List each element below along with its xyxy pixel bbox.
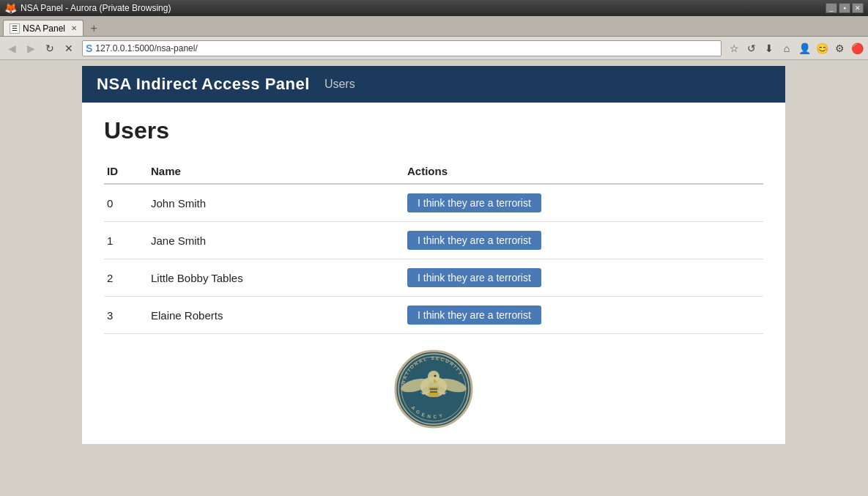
history-icon[interactable]: ↺ <box>743 40 760 56</box>
nav-bar: ◀ ▶ ↻ ✕ S ☆ ↺ ⬇ ⌂ 👤 😊 ⚙ 🔴 <box>0 37 868 60</box>
table-header-row: ID Name Actions <box>104 159 763 184</box>
site-brand: NSA Indirect Access Panel <box>97 75 310 94</box>
column-header-name: Name <box>148 159 404 184</box>
cell-id: 2 <box>104 259 148 297</box>
cell-name: Little Bobby Tables <box>148 259 404 297</box>
cell-actions: I think they are a terrorist <box>404 184 763 222</box>
active-tab[interactable]: ☰ NSA Panel ✕ <box>3 20 84 36</box>
terrorist-flag-button[interactable]: I think they are a terrorist <box>407 268 541 287</box>
page-wrapper: NSA Indirect Access Panel Users Users ID… <box>82 66 785 444</box>
column-header-id: ID <box>104 159 148 184</box>
tab-close-button[interactable]: ✕ <box>71 24 77 32</box>
window-title: NSA Panel - Aurora (Private Browsing) <box>21 3 171 13</box>
close-button[interactable]: ✕ <box>852 3 864 13</box>
cell-name: Jane Smith <box>148 222 404 259</box>
table-row: 3Elaine RobertsI think they are a terror… <box>104 297 763 334</box>
addon-icon[interactable]: 🔴 <box>849 40 865 56</box>
svg-rect-11 <box>430 391 437 393</box>
column-header-actions: Actions <box>404 159 763 184</box>
title-bar: 🦊 NSA Panel - Aurora (Private Browsing) … <box>0 0 868 16</box>
table-row: 2Little Bobby TablesI think they are a t… <box>104 259 763 297</box>
bookmark-icon[interactable]: ☆ <box>726 40 742 56</box>
nsa-seal-wrapper: NATIONAL SECURITY AGENCY ★ ★ <box>104 349 763 429</box>
stop-button[interactable]: ✕ <box>60 40 78 57</box>
cell-actions: I think they are a terrorist <box>404 259 763 297</box>
table-row: 0John SmithI think they are a terrorist <box>104 184 763 222</box>
terrorist-flag-button[interactable]: I think they are a terrorist <box>407 306 541 325</box>
cell-id: 3 <box>104 297 148 334</box>
forward-button[interactable]: ▶ <box>22 40 40 57</box>
site-navbar: NSA Indirect Access Panel Users <box>82 66 785 103</box>
page-title: Users <box>104 117 763 144</box>
user-icon[interactable]: 👤 <box>796 40 812 56</box>
svg-point-8 <box>434 375 437 377</box>
browser-icon: 🦊 <box>4 2 16 14</box>
reload-button[interactable]: ↻ <box>41 40 59 57</box>
terrorist-flag-button[interactable]: I think they are a terrorist <box>407 231 541 250</box>
terrorist-flag-button[interactable]: I think they are a terrorist <box>407 193 541 212</box>
svg-text:★: ★ <box>402 385 407 392</box>
cell-id: 0 <box>104 184 148 222</box>
address-input[interactable] <box>95 43 718 53</box>
home-icon[interactable]: ⌂ <box>779 40 795 56</box>
tab-bar: ☰ NSA Panel ✕ + <box>0 16 868 37</box>
address-bar-wrapper: S <box>82 40 722 56</box>
search-engine-icon: S <box>86 42 92 54</box>
download-icon[interactable]: ⬇ <box>761 40 777 56</box>
cell-name: John Smith <box>148 184 404 222</box>
settings-icon[interactable]: ⚙ <box>831 40 847 56</box>
cell-actions: I think they are a terrorist <box>404 222 763 259</box>
nav-icons: ☆ ↺ ⬇ ⌂ 👤 😊 ⚙ 🔴 <box>726 40 865 56</box>
svg-text:★: ★ <box>461 385 467 392</box>
tab-favicon: ☰ <box>10 23 20 34</box>
cell-name: Elaine Roberts <box>148 297 404 334</box>
cell-actions: I think they are a terrorist <box>404 297 763 334</box>
cell-id: 1 <box>104 222 148 259</box>
content-area: Users ID Name Actions 0John SmithI think… <box>82 103 785 444</box>
emoji-icon[interactable]: 😊 <box>814 40 830 56</box>
new-tab-button[interactable]: + <box>86 21 101 36</box>
restore-button[interactable]: ▪ <box>839 3 850 13</box>
minimize-button[interactable]: _ <box>826 3 837 13</box>
tab-label: NSA Panel <box>23 23 65 34</box>
users-table: ID Name Actions 0John SmithI think they … <box>104 159 763 334</box>
nav-link-users[interactable]: Users <box>324 78 355 91</box>
window-controls[interactable]: _ ▪ ✕ <box>826 3 864 13</box>
back-button[interactable]: ◀ <box>3 40 21 57</box>
nsa-seal-image: NATIONAL SECURITY AGENCY ★ ★ <box>393 349 474 429</box>
table-row: 1Jane SmithI think they are a terrorist <box>104 222 763 259</box>
svg-rect-10 <box>430 388 437 390</box>
